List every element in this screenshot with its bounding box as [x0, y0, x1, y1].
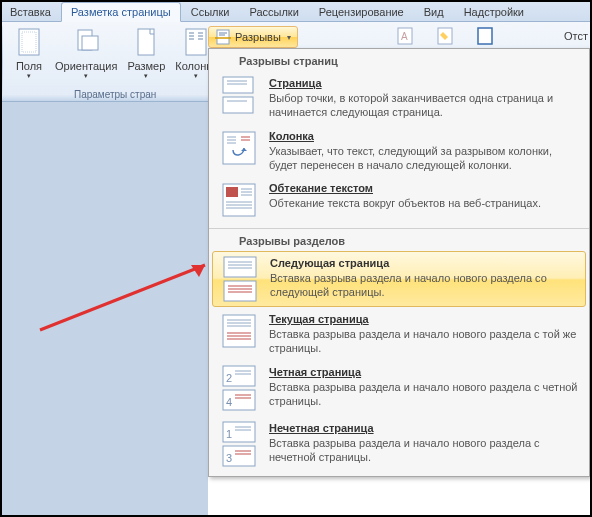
document-area	[0, 102, 208, 517]
watermark-icon[interactable]: A	[395, 26, 415, 46]
odd-page-icon: 13	[219, 420, 259, 468]
break-next-page-item[interactable]: Следующая страница Вставка разрыва разде…	[212, 251, 586, 307]
size-icon	[130, 26, 162, 58]
breaks-icon	[215, 29, 231, 45]
svg-text:1: 1	[226, 428, 232, 440]
page-break-icon	[219, 75, 259, 115]
ribbon-far-icons: A	[395, 26, 495, 46]
ribbon-group-page-setup: Поля ▾ Ориентация ▾ Размер ▾ Колонки ▾ П…	[5, 22, 225, 101]
chevron-down-icon: ▾	[27, 72, 31, 80]
margins-icon	[13, 26, 45, 58]
size-label: Размер	[127, 60, 165, 72]
text-wrap-icon	[219, 180, 259, 220]
svg-rect-40	[224, 257, 256, 277]
page-breaks-header: Разрывы страниц	[209, 51, 589, 71]
text-wrap-desc: Обтекание текста вокруг объектов на веб-…	[269, 196, 579, 210]
current-page-icon	[219, 311, 259, 351]
svg-text:2: 2	[226, 372, 232, 384]
margins-button[interactable]: Поля ▾	[9, 24, 49, 82]
even-page-title: Четная страница	[269, 366, 579, 378]
chevron-down-icon: ▾	[194, 72, 198, 80]
current-page-desc: Вставка разрыва раздела и начало нового …	[269, 327, 579, 356]
page-break-desc: Выбор точки, в которой заканчивается одн…	[269, 91, 579, 120]
section-breaks-header: Разрывы разделов	[209, 231, 589, 251]
odd-page-title: Нечетная страница	[269, 422, 579, 434]
indent-label: Отст	[564, 30, 588, 42]
page-break-title: Страница	[269, 77, 579, 89]
tab-mailings[interactable]: Рассылки	[239, 2, 308, 21]
chevron-down-icon: ▾	[287, 33, 291, 42]
svg-rect-33	[226, 187, 238, 197]
svg-rect-21	[223, 97, 253, 113]
break-current-page-item[interactable]: Текущая страница Вставка разрыва раздела…	[209, 307, 589, 360]
margins-label: Поля	[16, 60, 42, 72]
next-page-icon	[220, 255, 260, 303]
orientation-icon	[70, 26, 102, 58]
next-page-desc: Вставка разрыва раздела и начало нового …	[270, 271, 578, 300]
break-page-item[interactable]: Страница Выбор точки, в которой заканчив…	[209, 71, 589, 124]
tab-review[interactable]: Рецензирование	[309, 2, 414, 21]
page-borders-icon[interactable]	[475, 26, 495, 46]
break-textwrap-item[interactable]: Обтекание текстом Обтекание текста вокру…	[209, 176, 589, 224]
odd-page-desc: Вставка разрыва раздела и начало нового …	[269, 436, 579, 465]
tab-page-layout[interactable]: Разметка страницы	[61, 2, 181, 22]
svg-text:4: 4	[226, 396, 232, 408]
tab-addins[interactable]: Надстройки	[454, 2, 534, 21]
breaks-label: Разрывы	[235, 31, 281, 43]
svg-rect-44	[224, 281, 256, 301]
current-page-title: Текущая страница	[269, 313, 579, 325]
svg-rect-19	[478, 28, 492, 44]
tab-view[interactable]: Вид	[414, 2, 454, 21]
break-even-page-item[interactable]: 24 Четная страница Вставка разрыва разде…	[209, 360, 589, 416]
tab-links[interactable]: Ссылки	[181, 2, 240, 21]
ribbon-tabs: Вставка Разметка страницы Ссылки Рассылк…	[0, 0, 592, 22]
orientation-label: Ориентация	[55, 60, 117, 72]
page-color-icon[interactable]	[435, 26, 455, 46]
svg-rect-3	[82, 36, 98, 50]
tab-insert[interactable]: Вставка	[0, 2, 61, 21]
svg-rect-12	[217, 30, 229, 44]
chevron-down-icon: ▾	[144, 72, 148, 80]
column-break-desc: Указывает, что текст, следующий за разры…	[269, 144, 579, 173]
column-break-title: Колонка	[269, 130, 579, 142]
even-page-desc: Вставка разрыва раздела и начало нового …	[269, 380, 579, 409]
svg-rect-20	[223, 77, 253, 93]
next-page-title: Следующая страница	[270, 257, 578, 269]
break-column-item[interactable]: Колонка Указывает, что текст, следующий …	[209, 124, 589, 177]
svg-text:3: 3	[226, 452, 232, 464]
breaks-dropdown: Разрывы страниц Страница Выбор точки, в …	[208, 48, 590, 477]
even-page-icon: 24	[219, 364, 259, 412]
column-break-icon	[219, 128, 259, 168]
group-page-setup-label: Параметры стран	[74, 89, 156, 101]
text-wrap-title: Обтекание текстом	[269, 182, 579, 194]
chevron-down-icon: ▾	[84, 72, 88, 80]
breaks-button[interactable]: Разрывы ▾	[208, 26, 298, 48]
svg-text:A: A	[401, 31, 408, 42]
svg-rect-4	[138, 29, 154, 55]
orientation-button[interactable]: Ориентация ▾	[51, 24, 121, 82]
break-odd-page-item[interactable]: 13 Нечетная страница Вставка разрыва раз…	[209, 416, 589, 472]
size-button[interactable]: Размер ▾	[123, 24, 169, 82]
